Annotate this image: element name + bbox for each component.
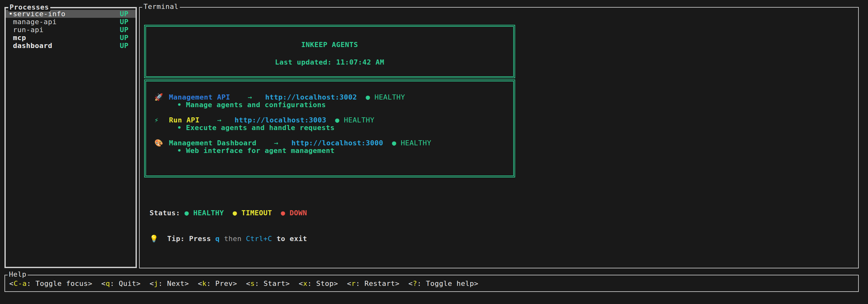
arrow-icon: → [217, 116, 221, 124]
status-legend-healthy: HEALTHY [193, 209, 224, 217]
status-legend-down: DOWN [289, 209, 307, 217]
inkeep-header-box: INKEEP AGENTS Last updated: 11:07:42 AM [144, 25, 515, 78]
help-label: : Stop> [307, 279, 338, 288]
terminal-panel: Terminal INKEEP AGENTS Last updated: 11:… [139, 7, 859, 268]
status-legend: Status: ● HEALTHY ● TIMEOUT ● DOWN [150, 209, 307, 217]
process-row-mcp[interactable]: mcpUP [6, 34, 135, 42]
help-panel: Help <C-a: Toggle focus><q: Quit><j: Nex… [4, 275, 859, 292]
terminal-screen: Processes •service-infoUP manage-apiUP r… [0, 0, 868, 304]
processes-panel-title: Processes [8, 3, 50, 11]
services-list: 🚀Management API → http://localhost:3002 … [146, 81, 513, 155]
spacer [272, 209, 281, 217]
service-url[interactable]: http://localhost:3000 [291, 139, 383, 147]
app-title: INKEEP AGENTS [146, 41, 513, 49]
arrow-icon: → [248, 93, 252, 101]
service-name: Management Dashboard [169, 139, 256, 147]
process-name: mcp [8, 34, 26, 42]
help-bracket: < [150, 279, 154, 288]
status-dot-icon: ● [392, 139, 397, 147]
help-label: : Start> [255, 279, 290, 288]
help-label: : Toggle help> [417, 279, 478, 288]
help-label: : Next> [158, 279, 189, 288]
process-name: dashboard [8, 42, 52, 49]
rocket-icon: 🚀 [154, 94, 169, 101]
tip-text [220, 235, 224, 243]
help-item-r: <r: Restart> [347, 279, 400, 288]
status-legend-timeout: TIMEOUT [242, 209, 272, 217]
help-item-x: <x: Stop> [299, 279, 338, 288]
tip-text [242, 235, 246, 243]
spacer [252, 93, 265, 101]
tip-text: Tip: Press [167, 235, 211, 243]
status-label: Status: [150, 209, 185, 217]
spacer [256, 139, 274, 147]
help-bracket: < [299, 279, 303, 288]
arrow-icon: → [274, 139, 278, 147]
service-name: Management API [169, 93, 230, 101]
help-bracket: < [101, 279, 106, 288]
help-bracket: < [9, 279, 14, 288]
help-panel-title: Help [8, 270, 28, 278]
process-status-badge: UP [120, 34, 129, 42]
lightning-icon: ⚡ [154, 116, 169, 124]
help-key: r [351, 279, 356, 288]
spacer [224, 209, 233, 217]
tip-text [272, 235, 277, 243]
spacer [199, 116, 217, 124]
status-dot-icon: ● [335, 116, 340, 124]
process-status-badge: UP [120, 26, 129, 34]
help-key: q [106, 279, 110, 288]
process-row-run-api[interactable]: run-apiUP [6, 26, 135, 34]
help-bracket: < [246, 279, 250, 288]
help-label: : Restart> [356, 279, 399, 288]
service-url[interactable]: http://localhost:3002 [265, 93, 357, 101]
spacer [230, 93, 248, 101]
process-name: manage-api [8, 18, 57, 26]
help-label: : Quit> [110, 279, 141, 288]
help-key: x [303, 279, 308, 288]
spacer [357, 93, 366, 101]
spacer [340, 116, 344, 124]
help-bracket: < [408, 279, 413, 288]
service-line: ⚡Run API → http://localhost:3003 ● HEALT… [154, 116, 513, 124]
help-item-s: <s: Start> [246, 279, 289, 288]
help-item-j: <j: Next> [150, 279, 189, 288]
service-health-status: HEALTHY [401, 139, 431, 147]
help-items: <C-a: Toggle focus><q: Quit><j: Next><k:… [5, 279, 487, 288]
service-entry: 🎨Management Dashboard → http://localhost… [154, 139, 513, 155]
process-status-badge: UP [120, 18, 129, 26]
help-item-C-a: <C-a: Toggle focus> [9, 279, 92, 288]
help-item-k: <k: Prev> [198, 279, 237, 288]
spacer [221, 116, 235, 124]
help-item-q: <q: Quit> [101, 279, 141, 288]
tip-line: 💡 Tip: Press q then Ctrl+C to exit [150, 234, 307, 243]
process-row-manage-api[interactable]: manage-apiUP [6, 18, 135, 26]
process-status-badge: UP [120, 42, 129, 49]
help-key: k [202, 279, 207, 288]
tip-text: then [224, 235, 242, 243]
help-key: s [250, 279, 255, 288]
tip-text: q [215, 235, 220, 243]
service-url[interactable]: http://localhost:3003 [235, 116, 327, 124]
spacer [370, 93, 374, 101]
tip-text [211, 235, 215, 243]
help-item-help: <?: Toggle help> [408, 279, 478, 288]
service-description: • Manage agents and configurations [154, 101, 513, 109]
status-dot-icon: ● [185, 209, 193, 217]
help-label: : Toggle focus> [27, 279, 92, 288]
processes-panel: Processes •service-infoUP manage-apiUP r… [4, 7, 137, 268]
lightbulb-icon: 💡 [150, 235, 167, 243]
service-line: 🚀Management API → http://localhost:3002 … [154, 94, 513, 101]
process-name: run-api [8, 26, 43, 34]
service-line: 🎨Management Dashboard → http://localhost… [154, 139, 513, 147]
status-dot-icon: ● [281, 209, 289, 217]
process-row-dashboard[interactable]: dashboardUP [6, 42, 135, 49]
service-entry: 🚀Management API → http://localhost:3002 … [154, 94, 513, 109]
service-health-status: HEALTHY [374, 93, 405, 101]
help-key: j [154, 279, 158, 288]
help-key: ? [413, 279, 417, 288]
terminal-panel-title: Terminal [142, 3, 180, 11]
status-dot-icon: ● [232, 209, 242, 217]
process-status-badge: UP [120, 10, 129, 18]
services-box: 🚀Management API → http://localhost:3002 … [144, 79, 515, 177]
